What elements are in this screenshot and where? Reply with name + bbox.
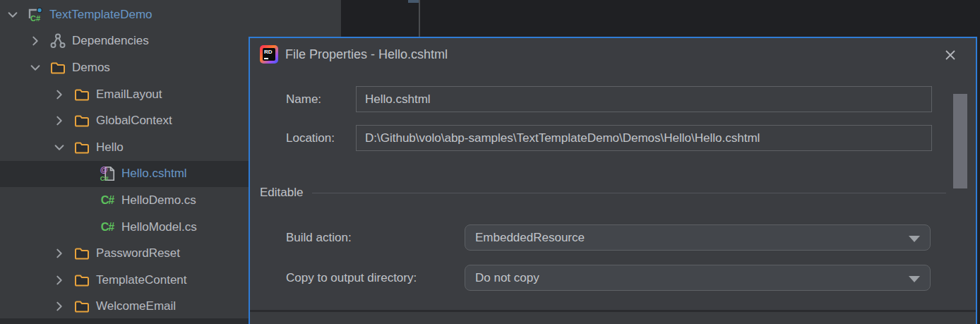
chevron-right-icon[interactable] (52, 88, 66, 102)
build-action-select[interactable]: EmbeddedResource (465, 224, 931, 251)
chevron-down-icon[interactable] (28, 61, 42, 75)
csharp-file-icon: C# (99, 219, 116, 236)
chevron-right-icon[interactable] (28, 34, 42, 48)
tree-item-label: Dependencies (72, 34, 149, 48)
folder-icon (73, 112, 90, 129)
editable-section-label: Editable (260, 186, 303, 200)
chevron-down-icon (909, 236, 920, 242)
folder-icon (73, 86, 90, 103)
editable-section: Editable (260, 184, 946, 202)
tree-item-label: Hello.cshtml (121, 167, 187, 181)
copy-to-output-label: Copy to output directory: (286, 265, 417, 291)
tree-item-label: TextTemplateDemo (49, 8, 153, 22)
cshtml-icon: @C# (99, 165, 116, 182)
csharp-file-icon: C# (99, 192, 116, 209)
chevron-right-icon[interactable] (52, 273, 66, 287)
tree-item-label: GlobalContext (96, 114, 172, 128)
tree-item-label: WelcomeEmail (96, 299, 176, 313)
editor-scroll-mark (408, 0, 419, 3)
rider-logo-text: RD (264, 49, 273, 55)
tree-item[interactable]: C#TextTemplateDemo (0, 1, 341, 28)
folder-icon (73, 139, 90, 156)
chevron-right-icon[interactable] (52, 246, 66, 260)
app-window: C#TextTemplateDemoDependenciesDemosEmail… (0, 0, 980, 324)
chevron-down-icon[interactable] (52, 140, 66, 155)
name-input[interactable] (356, 86, 932, 112)
chevron-right-icon[interactable] (52, 299, 66, 313)
chevron-down-icon (909, 276, 920, 282)
tree-item-label: TemplateContent (96, 273, 187, 287)
tree-item-label: PasswordReset (96, 246, 180, 260)
folder-icon (73, 245, 90, 262)
name-field-label: Name: (286, 86, 321, 112)
dialog-title: File Properties - Hello.cshtml (285, 45, 448, 64)
chevron-down-icon[interactable] (6, 8, 20, 22)
dependencies-icon (49, 32, 66, 49)
close-button[interactable] (942, 47, 959, 64)
location-field-label: Location: (286, 125, 335, 151)
chevron-right-icon[interactable] (52, 114, 66, 128)
scrollbar-thumb[interactable] (953, 94, 967, 188)
copy-to-output-value: Do not copy (475, 271, 539, 285)
file-properties-dialog: RD File Properties - Hello.cshtml Name: … (249, 37, 977, 324)
folder-icon (49, 59, 66, 76)
editor-pane-divider (419, 0, 420, 37)
tree-item-label: Demos (72, 61, 110, 75)
copy-to-output-select[interactable]: Do not copy (465, 265, 931, 291)
folder-icon (73, 272, 90, 289)
section-divider (312, 193, 946, 193)
close-icon (944, 49, 957, 61)
rider-logo-underscore (264, 58, 268, 59)
rider-logo-inner: RD (263, 48, 275, 61)
tree-item-label: EmailLayout (96, 88, 162, 102)
location-input[interactable] (356, 125, 932, 151)
svg-text:C#: C# (100, 176, 109, 183)
svg-text:@: @ (100, 166, 108, 174)
build-action-label: Build action: (286, 224, 352, 251)
tree-item-label: Hello (96, 140, 124, 155)
csharp-project-icon: C# (27, 6, 44, 23)
folder-icon (73, 298, 90, 315)
dialog-footer (250, 312, 976, 324)
rider-logo-icon: RD (260, 45, 278, 64)
tree-item-label: HelloModel.cs (121, 220, 197, 234)
tree-item-label: HelloDemo.cs (121, 193, 196, 208)
build-action-value: EmbeddedResource (475, 231, 585, 245)
svg-text:C#: C# (30, 14, 40, 23)
